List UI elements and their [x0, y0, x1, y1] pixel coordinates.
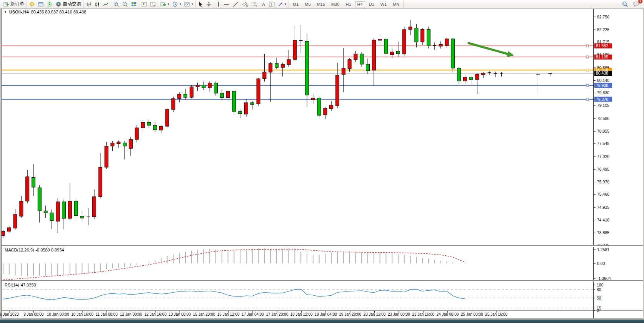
new-window-icon: [38, 2, 44, 7]
price-tick-label: 79.105: [597, 103, 609, 108]
rsi-scale-label: 80: [597, 287, 601, 292]
macd-pane-header: MACD(12,26,9) -0.0589 0.0954: [5, 248, 64, 252]
chevron-down-icon: ▾: [285, 2, 286, 6]
candlestick-chart-icon: [95, 2, 100, 7]
price-tick-label: 82.225: [597, 27, 609, 32]
market-watch-button[interactable]: [28, 1, 36, 8]
level-price-label: 79.938: [596, 83, 608, 88]
periods-button[interactable]: ▾: [172, 1, 182, 8]
line-handle[interactable]: [586, 84, 589, 87]
horizontal-line-button[interactable]: [223, 1, 230, 8]
price-tick-label: 73.885: [597, 230, 609, 235]
time-tick-label: 19 Jan 20:00: [339, 312, 361, 316]
search-button[interactable]: [621, 1, 629, 8]
rsi-scale-label: 50: [597, 296, 601, 300]
horizontal-line-icon: [224, 2, 230, 7]
text-label-button[interactable]: T: [268, 1, 275, 8]
rsi-scale-label: 100: [597, 283, 604, 287]
cursor-icon: [198, 2, 203, 7]
fibonacci-icon: F: [251, 1, 258, 7]
vertical-line-button[interactable]: [216, 1, 221, 8]
price-tick-label: 77.020: [597, 154, 609, 159]
time-tick-label: 17 Jan 20:00: [266, 312, 288, 316]
fibonacci-button[interactable]: F: [250, 1, 259, 8]
auto-trading-icon: [56, 2, 62, 7]
rsi-label: RSI(14): [5, 283, 19, 287]
new-window-button[interactable]: [37, 1, 45, 8]
text-button[interactable]: A: [260, 1, 267, 8]
time-tick-label: 10 Jan 00:00: [47, 312, 69, 316]
add-indicator-icon: [160, 2, 166, 7]
timeframe-h4[interactable]: H4: [355, 1, 365, 7]
price-tick-label: 77.545: [597, 141, 609, 146]
zoom-in-icon: [113, 2, 119, 7]
signals-button[interactable]: [46, 1, 53, 8]
macd-scale-label: 1.2581: [597, 247, 609, 252]
timeframe-m30[interactable]: M30: [329, 1, 342, 7]
level-price-label: 81.562: [596, 43, 608, 48]
line-handle[interactable]: [586, 69, 589, 71]
chevron-down-icon: ▾: [180, 2, 181, 6]
chart-window-title: ▼ USOil-,H4 80.435 80.637 80.416 80.438: [4, 10, 86, 14]
timeframe-m15[interactable]: M15: [315, 1, 327, 7]
new-order-icon: [3, 2, 9, 7]
trendline-button[interactable]: [232, 1, 239, 8]
bar-chart-button[interactable]: [85, 1, 92, 8]
timeframe-h1[interactable]: H1: [343, 1, 353, 7]
rsi-pane-header: RSI(14) 47.0353: [5, 283, 36, 287]
time-tick-label: 9 Jan 08:00: [23, 312, 44, 316]
time-tick-label: 12 Jan 00:00: [120, 312, 142, 316]
line-handle[interactable]: [586, 45, 589, 47]
add-indicator-button[interactable]: ▾: [160, 1, 170, 8]
time-tick-label: 23 Jan 00:00: [388, 312, 410, 316]
svg-text:A: A: [262, 2, 265, 7]
time-tick-label: 23 Jan 16:00: [412, 312, 434, 316]
time-tick-label: 10 Jan 16:00: [71, 312, 93, 316]
templates-button[interactable]: ▾: [184, 1, 194, 8]
price-tick-label: 74.935: [597, 205, 609, 210]
equidistant-channel-button[interactable]: E: [241, 1, 249, 8]
new-order-label: 新订单: [10, 1, 24, 7]
candlestick-chart-button[interactable]: [94, 1, 101, 8]
macd-label: MACD(12,26,9): [5, 248, 34, 252]
notifications-button[interactable]: 1: [632, 1, 640, 8]
zoom-in-button[interactable]: [113, 1, 120, 8]
time-tick-label: 19 Jan 04:00: [315, 312, 337, 316]
chart-shift-button[interactable]: [149, 1, 156, 8]
main-toolbar: 新订单: [0, 0, 644, 8]
auto-arrange-button[interactable]: [141, 1, 148, 8]
timeframe-m5[interactable]: M5: [302, 1, 313, 7]
auto-trading-label: 自动交易: [63, 1, 81, 7]
svg-text:F: F: [256, 5, 257, 7]
price-tick-label: 75.460: [597, 192, 609, 196]
time-tick-label: 16 Jan 12:00: [217, 312, 240, 316]
line-handle[interactable]: [586, 98, 589, 100]
timeframe-d1[interactable]: D1: [367, 1, 377, 7]
price-tick-label: 78.580: [597, 116, 609, 121]
auto-trading-button[interactable]: 自动交易: [55, 1, 82, 8]
crosshair-button[interactable]: [205, 1, 212, 8]
time-tick-label: 18 Jan 12:00: [290, 312, 313, 316]
ohlc-open: 80.435: [31, 10, 44, 14]
cursor-button[interactable]: [197, 1, 204, 8]
time-tick-label: 25 Jan 16:00: [485, 312, 507, 316]
ohlc-low: 80.416: [59, 10, 72, 14]
vertical-line-icon: [217, 2, 220, 7]
timeframe-m1[interactable]: M1: [290, 1, 301, 7]
ohlc-high: 80.637: [45, 10, 58, 14]
line-chart-button[interactable]: [102, 1, 109, 8]
timeframe-w1[interactable]: W1: [378, 1, 389, 7]
timeframe-mn[interactable]: MN: [390, 1, 402, 7]
line-handle[interactable]: [586, 56, 589, 58]
svg-text:T: T: [270, 2, 273, 7]
price-chart-canvas[interactable]: 82.75082.22581.71581.19080.66580.14079.6…: [0, 0, 644, 323]
current-price-label: 80.438: [596, 71, 608, 75]
zoom-out-button[interactable]: [122, 1, 129, 8]
time-tick-label: 25 Jan 00:00: [461, 312, 483, 316]
arrows-button[interactable]: ▾: [277, 1, 287, 8]
symbol-collapse-icon[interactable]: ▼: [4, 10, 7, 14]
new-order-button[interactable]: 新订单: [3, 1, 25, 8]
tile-windows-button[interactable]: [130, 1, 137, 8]
crosshair-icon: [206, 2, 212, 7]
ohlc-close: 80.438: [73, 10, 87, 14]
